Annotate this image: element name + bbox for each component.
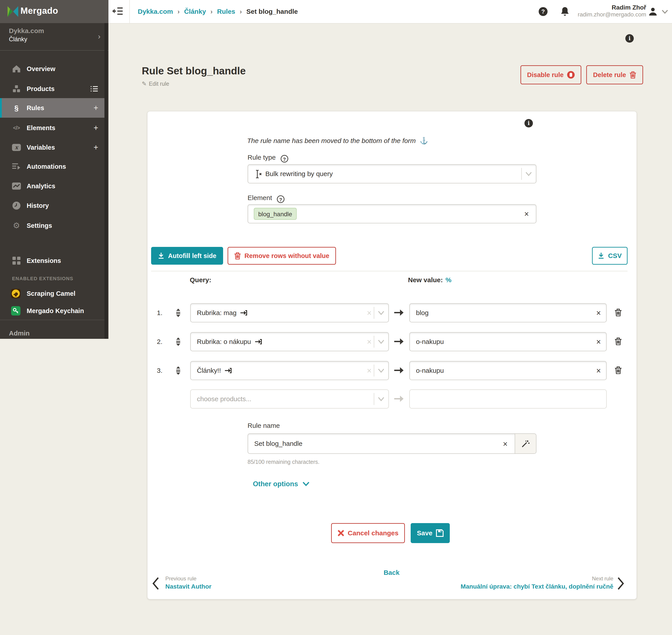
edit-rule-link[interactable]: ✎Edit rule	[142, 80, 169, 87]
next-rule-label: Next rule	[592, 575, 613, 582]
query-input[interactable]: Články!! ×	[190, 361, 389, 380]
arrow-right-icon	[394, 338, 404, 345]
next-rule-link[interactable]: Manuální úprava: chybí Text článku, dopl…	[461, 583, 613, 590]
element-help-icon[interactable]: ?	[277, 195, 285, 203]
query-clear-icon[interactable]: ×	[367, 309, 372, 317]
feed-chevron-right-icon: ›	[98, 32, 101, 41]
sidebar-item-extensions[interactable]: Extensions	[0, 251, 104, 270]
element-chip[interactable]: blog_handle	[254, 208, 297, 220]
chevron-down-icon[interactable]	[378, 397, 384, 401]
row-trash-icon[interactable]	[615, 337, 622, 346]
sidebar-item-overview[interactable]: Overview	[0, 59, 104, 79]
query-input-empty[interactable]: choose products...	[190, 390, 389, 409]
breadcrumb-link-channel[interactable]: Články	[184, 8, 206, 15]
remove-rows-button[interactable]: Remove rows without value	[228, 247, 336, 265]
new-value-input[interactable]: o-nakupu ×	[410, 361, 607, 380]
csv-button[interactable]: CSV	[592, 247, 628, 265]
sidebar-item-rules[interactable]: § Rules +	[0, 98, 104, 118]
add-variable-plus-icon[interactable]: +	[93, 143, 98, 152]
user-chevron-down-icon[interactable]	[662, 10, 668, 14]
autofill-left-side-button[interactable]: Autofill left side	[151, 247, 223, 265]
mergado-app: Dykka.com›Články›Rules›Set blog_handle ?…	[0, 0, 672, 635]
anchor-icon[interactable]: ⚓	[420, 137, 428, 144]
query-input[interactable]: Rubrika: mag ×	[190, 303, 389, 322]
value-clear-icon[interactable]: ×	[596, 367, 601, 375]
rule-name-clear-icon[interactable]: ×	[503, 440, 507, 448]
breadcrumb: Dykka.com›Články›Rules›Set blog_handle	[138, 0, 298, 23]
sidebar-item-elements[interactable]: </> Elements +	[0, 118, 104, 138]
arrow-right-icon	[394, 309, 404, 316]
sidebar-scrollbar[interactable]	[104, 23, 108, 339]
previous-rule-link[interactable]: Nastavit Author	[165, 583, 211, 590]
add-rule-plus-icon[interactable]: +	[93, 103, 98, 113]
sidebar-item-settings[interactable]: ⚙ Settings	[0, 216, 104, 235]
breadcrumb-separator: ›	[177, 8, 180, 15]
sidebar-item-analytics[interactable]: Analytics	[0, 176, 104, 196]
drag-handle-icon[interactable]	[175, 366, 182, 375]
row-trash-icon[interactable]	[615, 366, 622, 374]
user-menu[interactable]: Radim Zhoř radim.zhor@mergado.com	[578, 4, 646, 18]
sidebar-item-scraping-camel[interactable]: Scraping Camel	[0, 284, 104, 303]
mergado-logo[interactable]: Mergado	[0, 0, 108, 23]
drag-handle-icon[interactable]	[175, 309, 182, 317]
breadcrumb-link-site[interactable]: Dykka.com	[138, 8, 173, 15]
chevron-down-icon[interactable]	[378, 311, 384, 315]
add-element-plus-icon[interactable]: +	[93, 123, 98, 133]
automations-icon	[12, 162, 21, 171]
notifications-bell-icon[interactable]	[560, 6, 570, 17]
sidebar-item-mergado-keychain[interactable]: Mergado Keychain	[0, 301, 104, 321]
page-info-icon[interactable]: i	[625, 34, 634, 43]
new-value-input[interactable]: blog ×	[410, 303, 607, 322]
new-value-input-empty[interactable]	[410, 390, 607, 409]
delete-rule-button[interactable]: Delete rule	[586, 65, 643, 84]
sidebar-item-variables[interactable]: x Variables +	[0, 138, 104, 157]
row-trash-icon[interactable]	[615, 308, 622, 316]
card-info-icon[interactable]: i	[524, 119, 533, 128]
next-rule-chevron-icon[interactable]	[617, 577, 625, 590]
trash-icon	[630, 71, 636, 79]
drag-handle-icon[interactable]	[175, 337, 182, 346]
back-link[interactable]: Back	[383, 569, 400, 576]
chevron-down-icon[interactable]	[378, 369, 384, 373]
query-input[interactable]: Rubrika: o nákupu ×	[190, 332, 389, 351]
rule-type-help-icon[interactable]: ?	[281, 155, 288, 162]
query-clear-icon[interactable]: ×	[367, 338, 372, 346]
other-options-toggle[interactable]: Other options	[253, 480, 310, 488]
breadcrumb-link-rules[interactable]: Rules	[217, 8, 235, 15]
query-row-empty: choose products...	[151, 390, 628, 409]
extensions-grid-icon	[12, 256, 21, 265]
analytics-chart-icon	[12, 182, 21, 191]
cancel-changes-button[interactable]: Cancel changes	[331, 523, 405, 543]
query-row-3: 3. Články!! × o-nakupu ×	[151, 361, 628, 380]
sidebar-item-automations[interactable]: Automations	[0, 157, 104, 176]
disable-rule-button[interactable]: Disable rule	[521, 65, 581, 84]
help-icon[interactable]: ?	[539, 7, 548, 16]
sidebar-collapse-icon[interactable]	[112, 6, 124, 17]
mergado-logo-icon	[7, 6, 19, 17]
wildcard-link[interactable]: %	[445, 276, 451, 284]
new-value-input[interactable]: o-nakupu ×	[410, 332, 607, 351]
feed-channel: Články	[9, 36, 27, 43]
sidebar-item-products[interactable]: Products	[0, 79, 104, 98]
value-clear-icon[interactable]: ×	[596, 309, 601, 317]
chevron-down-icon	[525, 172, 532, 176]
user-email: radim.zhor@mergado.com	[578, 11, 646, 18]
element-clear-icon[interactable]: ×	[524, 210, 529, 218]
sidebar-item-admin[interactable]: Admin	[9, 329, 29, 337]
rule-type-label: Rule type?	[248, 154, 288, 162]
rule-type-select[interactable]: Bulk rewriting by query	[248, 164, 537, 183]
user-avatar-icon[interactable]	[648, 7, 658, 17]
chevron-down-icon[interactable]	[378, 340, 384, 344]
rule-name-input[interactable]: Set blog_handle ×	[248, 433, 537, 454]
magic-wand-button[interactable]	[514, 434, 536, 453]
element-field[interactable]: blog_handle ×	[248, 204, 537, 223]
save-button[interactable]: Save	[411, 523, 450, 543]
products-list-icon[interactable]	[90, 86, 98, 92]
feed-switcher[interactable]: Dykka.com Články ›	[0, 23, 108, 51]
download-icon	[598, 252, 605, 259]
sidebar-item-history[interactable]: History	[0, 196, 104, 215]
query-clear-icon[interactable]: ×	[367, 367, 372, 375]
value-clear-icon[interactable]: ×	[596, 338, 601, 346]
previous-rule-chevron-icon[interactable]	[152, 577, 160, 590]
pencil-icon: ✎	[142, 80, 147, 87]
